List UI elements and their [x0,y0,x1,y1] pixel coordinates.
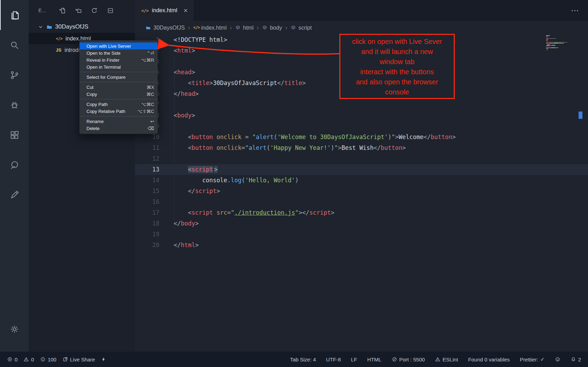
status-item-lf[interactable]: LF [351,357,357,362]
annotation-text: click on open with Live Sever and it wil… [352,37,442,97]
menu-item-reveal-in-finder[interactable]: Reveal in Finder⌥⌘R [80,56,158,63]
status-item-tab-size-4[interactable]: Tab Size: 4 [290,357,316,362]
menu-item-copy[interactable]: Copy⌘C [80,91,158,98]
status-item-0[interactable]: 0 [7,357,17,362]
chevron-right-icon: › [185,24,193,31]
status-label: 0 [15,357,17,362]
chevron-down-icon[interactable] [38,24,44,30]
breadcrumb: 30DaysOfJS›</>index.html›html›body›scrip… [135,21,588,35]
breadcrumb-item-html[interactable]: html [235,25,254,31]
code-token: < [174,144,191,151]
code-token: script [195,188,216,194]
code-token: < [174,209,191,216]
menu-item-open-in-terminal[interactable]: Open in Terminal [80,63,158,70]
source-control-icon[interactable] [0,60,29,90]
menu-item-copy-path[interactable]: Copy Path⌥⌘C [80,101,158,108]
code-line[interactable]: 15 </script> [135,186,588,197]
menu-item-copy-relative-path[interactable]: Copy Relative Path⌥⇧⌘C [80,108,158,115]
menu-item-shortcut: ↩ [150,119,154,124]
menu-item-delete[interactable]: Delete⌫ [80,125,158,132]
status-label: Port : 5500 [399,357,425,362]
settings-gear-icon[interactable] [0,314,29,352]
code-token: ( [242,177,245,184]
tab-index-html[interactable]: </> index.html × [135,0,194,21]
menu-item-rename[interactable]: Rename↩ [80,118,158,125]
status-item-0[interactable]: 0 [23,357,34,362]
code-line[interactable]: 20</html> [135,240,588,251]
code-line[interactable]: 8<body> [135,110,588,121]
status-item-found-0-variables[interactable]: Found 0 variables [468,357,510,362]
breadcrumb-label: 30DaysOfJS [153,25,185,31]
line-number: 17 [135,207,159,218]
code-line[interactable]: 19 [135,229,588,240]
code-line[interactable]: 10 <button onclick = "alert('Welcome to … [135,132,588,143]
status-label: 2 [578,357,581,362]
feedback-pen-icon[interactable] [0,180,29,210]
port-slash-icon [392,357,397,362]
breadcrumb-item-script[interactable]: script [291,25,312,31]
code-token: > [402,144,406,151]
code-token: > [217,188,220,194]
menu-item-cut[interactable]: Cut⌘X [80,84,158,91]
breadcrumb-item-30DaysOfJS[interactable]: 30DaysOfJS [145,25,185,31]
status-label: 100 [48,357,56,362]
new-file-icon[interactable] [59,7,66,14]
status-item-eslint[interactable]: ESLint [435,357,458,362]
lightning-icon [101,357,106,362]
extensions-icon[interactable] [0,120,29,150]
code-token: ( [266,144,270,151]
menu-item-open-with-live-server[interactable]: Open with Live Server [80,43,158,49]
breadcrumb-item-index.html[interactable]: </>index.html [193,25,227,31]
breadcrumb-item-body[interactable]: body [262,25,282,31]
minimap[interactable] [546,35,578,51]
debug-icon[interactable] [0,90,29,120]
status-item-2[interactable]: 2 [571,357,581,362]
code-line[interactable]: 16 [135,197,588,207]
menu-separator [80,72,158,72]
folder-root-30DaysOfJS[interactable]: 30DaysOfJS [29,21,135,33]
collapse-folders-icon[interactable] [107,7,114,14]
menu-item-label: Open to the Side [86,51,142,56]
code-token: > [191,47,195,54]
menu-item-open-to-the-side[interactable]: Open to the Side⌃⏎ [80,49,158,56]
code-token: alert [256,133,273,140]
split-editor-icon[interactable] [553,7,560,14]
code-line[interactable]: 14 console.log('Hello, World') [135,175,588,186]
menu-item-select-for-compare[interactable]: Select for Compare [80,74,158,81]
code-token: ./introduction.js [234,209,295,216]
tab-bar: </> index.html × ⋯ [135,0,588,21]
folder-icon [145,25,151,31]
folder-icon [46,24,53,30]
status-item-html[interactable]: HTML [367,357,382,362]
code-line[interactable]: 11 <button onclick="alert('Happy New Yea… [135,143,588,153]
code-token: button [381,144,402,151]
live-share-icon[interactable] [0,150,29,180]
status-item-smiley-icon[interactable] [555,357,560,362]
search-icon[interactable] [0,30,29,60]
refresh-icon[interactable] [91,7,98,14]
status-label: ESLint [443,357,458,362]
code-line[interactable]: 17 <script src="./introduction.js"></scr… [135,207,588,218]
status-item-lightning-icon[interactable] [101,357,106,362]
code-line[interactable]: 9 [135,121,588,132]
status-item-live-share[interactable]: Live Share [62,357,95,362]
code-line[interactable]: 13 <script> [135,164,588,175]
status-item-utf-8[interactable]: UTF-8 [326,357,341,362]
code-line[interactable]: 7 [135,99,588,110]
status-item-prettier-[interactable]: Prettier:✓ [520,356,545,362]
code-token: button [191,144,213,151]
code-line[interactable]: 12 [135,153,588,164]
chevron-right-icon: › [282,24,291,31]
vscode-window: E… 30DaysOfJS </>index.htmlJSintroductio… [0,0,588,367]
code-token [174,166,188,173]
explorer-icon[interactable] [0,0,29,30]
code-line[interactable]: 18</body> [135,218,588,229]
code-token: > [191,112,195,119]
status-item-100[interactable]: 100 [40,357,56,362]
new-folder-icon[interactable] [75,7,82,14]
more-actions-icon[interactable]: ⋯ [571,9,579,12]
overview-ruler-marker[interactable] [579,112,582,119]
code-token: " [334,144,338,151]
close-icon[interactable]: × [183,7,188,14]
status-item-port-5500[interactable]: Port : 5500 [392,357,425,362]
